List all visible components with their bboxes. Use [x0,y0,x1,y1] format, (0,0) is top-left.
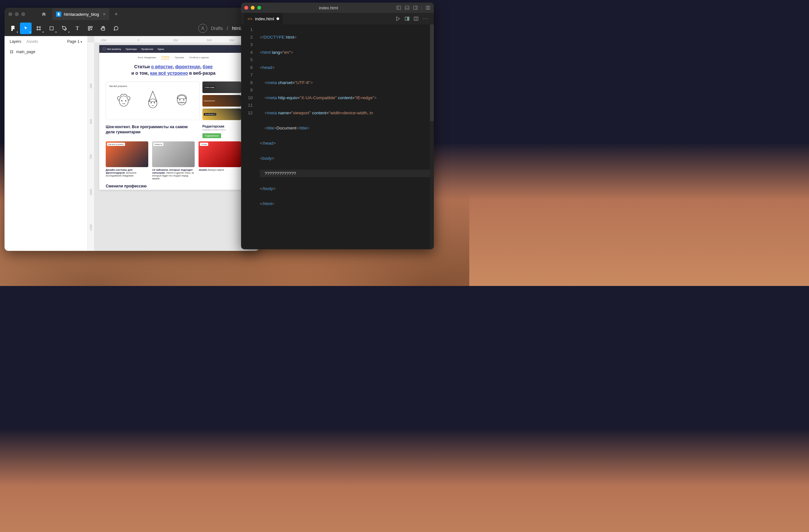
new-tab-button[interactable]: + [112,11,121,18]
hero-card: Как всё устроено [106,82,200,120]
canvas-frame[interactable]: html academy Практикум Профессии Курсы Б… [99,45,247,190]
figma-canvas[interactable]: -250 0 250 500 650 250 500 750 1000 1250… [88,36,259,251]
maximize-icon[interactable] [21,12,25,16]
more-icon[interactable]: ··· [423,16,429,22]
shape-tool[interactable]: ▾ [46,22,57,34]
nav-item: Профессии [141,48,153,50]
figma-menu-icon[interactable]: ▾ [7,22,19,34]
file-tab[interactable]: htmlacademy_blog × [52,8,109,20]
hand-tool[interactable] [97,22,109,34]
editor-tab[interactable]: <> index.html [244,13,283,24]
svg-rect-1 [88,26,90,28]
svg-rect-18 [414,6,417,10]
frame-icon [10,50,14,54]
html-file-icon: <> [247,16,252,21]
pen-tool[interactable]: ▾ [59,22,70,34]
line-numbers: 123456789101112 [241,24,257,249]
split-editor-icon[interactable] [414,16,419,21]
mockup-subnav: Блог Академии Статьи Лучшее Отчёты о кур… [99,53,247,62]
svg-point-10 [154,102,155,103]
svg-point-12 [179,100,180,100]
close-icon[interactable] [8,12,12,16]
window-title: index.html [319,5,338,10]
svg-marker-22 [396,17,399,21]
unsaved-indicator-icon [277,17,279,20]
tab-label: index.html [255,16,274,21]
code-editor[interactable]: 123456789101112 <!DOCTYPE html> <html la… [241,24,434,249]
svg-rect-14 [397,6,401,10]
horizontal-ruler: -250 0 250 500 650 [94,36,259,42]
maximize-icon[interactable] [257,6,261,10]
layout-icon[interactable] [426,5,431,10]
text-tool[interactable]: T [72,22,83,34]
layers-tab[interactable]: Layers [10,39,21,44]
comment-tool[interactable] [110,22,122,34]
vscode-window: index.html | <> index.html ··· 123456789… [241,3,434,249]
run-icon[interactable] [395,16,401,21]
panel-bottom-icon[interactable] [404,5,410,10]
panel-left-icon[interactable] [396,5,401,10]
figma-window: htmlacademy_blog × + ▾ ▾ ▾ ▾ ▾ T Drafts … [4,8,259,251]
figma-titlebar: htmlacademy_blog × + [4,8,259,21]
svg-point-13 [184,100,184,100]
minimize-icon[interactable] [15,12,19,16]
mockup-logo: html academy [103,47,121,51]
user-avatar-icon[interactable] [198,24,207,33]
close-tab-icon[interactable]: × [103,12,105,17]
article-card: Новости 13 чайников, которые подходят си… [152,141,195,180]
move-tool[interactable]: ▾ [20,22,32,34]
code-content[interactable]: <!DOCTYPE html> <html lang="en"> <head> … [257,24,434,249]
article-card: Отзыв JavaSc Выпуск мёртв [199,141,241,180]
article-card: Как всё устроено Дизайн-системы для фрон… [106,141,148,180]
resources-tool[interactable] [84,22,96,34]
layer-item[interactable]: main_page [4,47,87,57]
figma-file-icon [56,12,61,17]
tab-label: htmlacademy_blog [64,12,99,17]
preview-icon[interactable] [404,16,410,21]
page-selector[interactable]: Page 1 ▾ [67,39,82,44]
mockup-hero: Статьи о вёрстке, фронтенде, бэке и о то… [99,62,247,78]
svg-point-9 [151,102,152,103]
figma-toolbar: ▾ ▾ ▾ ▾ ▾ T Drafts / htmlacadem [4,21,259,36]
panel-right-icon[interactable] [413,5,418,10]
breadcrumb-root[interactable]: Drafts [211,26,223,31]
breadcrumb-sep: / [227,26,228,31]
headline-text: Шок-контент. Все программисты на самом д… [106,125,196,138]
svg-point-8 [149,99,157,108]
minimap[interactable] [430,24,434,249]
svg-rect-20 [426,6,428,10]
svg-point-6 [121,101,122,101]
close-icon[interactable] [244,6,248,10]
vertical-ruler: 250 500 750 1000 1250 [88,42,94,251]
svg-rect-3 [88,29,90,30]
window-controls [8,12,25,16]
svg-rect-16 [405,6,409,10]
minimize-icon[interactable] [251,6,255,10]
svg-rect-24 [407,17,409,21]
svg-rect-2 [90,26,92,28]
window-controls [244,6,261,10]
home-tab[interactable] [38,8,50,20]
editor-tabs: <> index.html ··· [241,13,434,24]
subscribe-box: Редакторская Подборка статей из блога По… [202,125,241,138]
subscribe-button: Подписаться [202,133,221,138]
sidebar-article-card: стиль кода [202,82,241,93]
vscode-titlebar: index.html | [241,3,434,13]
faces-illustration [109,90,196,109]
svg-rect-21 [428,6,430,10]
svg-point-4 [202,27,203,28]
sidebar-article-card: пхпхпхпхпхп [202,95,241,107]
svg-rect-0 [50,26,53,30]
assets-tab[interactable]: Assets [27,39,38,44]
nav-item: Курсы [158,48,164,50]
nav-item: Практикум [126,48,137,50]
frame-tool[interactable]: ▾ [33,22,45,34]
svg-point-5 [119,96,128,106]
mockup-top-nav: html academy Практикум Профессии Курсы [99,45,247,53]
svg-point-11 [177,95,186,105]
layer-name: main_page [16,50,35,54]
svg-point-7 [125,101,126,101]
layers-panel: Layers Assets Page 1 ▾ main_page [4,36,88,251]
section-heading: Сменили профессию [99,180,247,190]
sidebar-article-card: JavaScript 2 [202,108,241,120]
